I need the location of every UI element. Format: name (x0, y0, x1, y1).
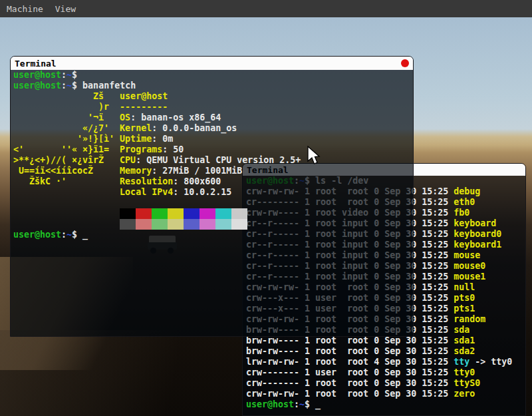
palette-block (136, 219, 152, 230)
palette-row (13, 219, 413, 230)
mouse-cursor-icon (307, 146, 323, 166)
fetch-label: Kernel (120, 123, 152, 133)
desert-foreground-rocks (0, 330, 246, 416)
fetch-title: user@host (120, 91, 168, 101)
prompt-user: user@host (13, 70, 61, 80)
palette-block (120, 208, 136, 219)
fetch-art: <' ''« ×}ï1= (13, 144, 120, 154)
fetch-art (13, 187, 120, 197)
fetch-art: ŽškC ·' (13, 176, 120, 186)
prompt-path: ~ (66, 230, 72, 240)
front-terminal-body[interactable]: user@host:~$ user@host:~$ bananfetch Zš … (11, 70, 413, 337)
ls-meta: brw-rw---- 1 root root 0 Sep 30 15:25 (246, 335, 454, 345)
ls-row: crw------- 1 user root 0 Sep 30 15:25 tt… (246, 367, 525, 378)
prompt-path: ~ (66, 70, 72, 80)
palette-block (200, 208, 215, 219)
fetch-value: : 0.0.0-banan_os (152, 123, 237, 133)
prompt-symbol: $ (72, 230, 82, 240)
ls-filename: pts0 (454, 293, 475, 303)
prompt-user: user@host (246, 399, 294, 409)
ls-filename: sda (454, 325, 469, 335)
prompt-colon: : (294, 399, 299, 409)
ls-filename: keyboard (454, 218, 496, 228)
fetch-label: CPU (120, 155, 136, 165)
prompt-colon: : (61, 81, 66, 91)
ls-filename: sda1 (454, 335, 475, 345)
palette-indent (13, 208, 120, 218)
ls-meta: brw-rw---- 1 root root 0 Sep 30 15:25 (246, 346, 454, 356)
ls-row: brw-rw---- 1 root root 0 Sep 30 15:25 sd… (246, 346, 525, 357)
ls-filename: keyboard1 (454, 240, 501, 250)
menu-item-view[interactable]: View (50, 4, 81, 14)
ls-filename: mouse (454, 250, 480, 260)
fetch-label: Programs (120, 144, 162, 154)
menu-item-machine[interactable]: Machine (1, 4, 49, 14)
menu-bar: Machine View (0, 0, 532, 17)
ls-meta: lrw-rw-rw- 1 root root 4 Sep 30 15:25 (246, 357, 454, 367)
ls-row: crw------- 1 root root 0 Sep 30 15:25 tt… (246, 378, 525, 389)
prompt-path: ~ (299, 399, 305, 409)
fetch-art: «/¿7' (13, 123, 120, 133)
fetch-value: : 800x600 (173, 176, 221, 186)
prompt-user: user@host (13, 230, 61, 240)
ls-filename: sda2 (454, 346, 475, 356)
ls-filename: pts1 (454, 304, 475, 313)
ls-filename: mouse1 (454, 272, 485, 282)
text-cursor: _ (315, 399, 321, 409)
ls-filename: zero (454, 389, 475, 399)
ls-filename: mouse0 (454, 261, 485, 271)
fetch-row: <' ''« ×}ï1= Programs: 50 (13, 144, 413, 155)
fetch-row: U==íï<<ííîcocŽ Memory: 27MiB / 1001MiB (13, 166, 413, 176)
ls-filename: ttyS0 (454, 378, 480, 388)
fetch-label: Uptime (120, 134, 152, 144)
fetch-value: : 0m (152, 134, 173, 144)
text-cursor: _ (82, 230, 88, 240)
palette-block (215, 219, 231, 230)
fetch-label: Resolution (120, 176, 173, 186)
prompt-symbol: $ (305, 399, 315, 409)
ls-filename: random (454, 314, 485, 324)
palette-row (13, 208, 413, 219)
front-terminal-titlebar[interactable]: Terminal (11, 57, 413, 70)
front-terminal-title: Terminal (15, 59, 57, 69)
ls-filename: eth0 (454, 197, 475, 207)
fetch-row: '¬ï OS: banan-os x86_64 (13, 112, 413, 123)
terminal-prompt-line: user@host:~$ _ (246, 399, 525, 410)
fetch-row: )r --------- (13, 102, 413, 112)
fetch-art: '¬ï (13, 112, 120, 122)
fetch-row: '»!}[ì' Uptime: 0m (13, 134, 413, 144)
blank-line (13, 198, 413, 208)
close-button[interactable] (401, 59, 409, 67)
ls-row: lrw-rw-rw- 1 root root 4 Sep 30 15:25 tt… (246, 357, 525, 367)
fetch-value: : 27MiB / 1001MiB (152, 166, 242, 176)
fetch-art: U==íï<<ííîcocŽ (13, 166, 120, 176)
ls-filename: fb0 (454, 208, 469, 218)
terminal-prompt-line: user@host:~$ bananfetch (13, 81, 413, 91)
prompt-symbol: $ (72, 70, 82, 80)
ls-row: brw-rw---- 1 root root 0 Sep 30 15:25 sd… (246, 335, 525, 346)
ls-meta: crw------- 1 user root 0 Sep 30 15:25 (246, 367, 454, 377)
fetch-art: >**¿<+)//( ×¿vîrŽ (13, 155, 120, 165)
fetch-row: >**¿<+)//( ×¿vîrŽ CPU: QEMU Virtual CPU … (13, 155, 413, 166)
fetch-row: Local IPv4: 10.0.2.15 (13, 187, 413, 198)
palette-block (231, 208, 247, 219)
prompt-colon: : (61, 230, 66, 240)
prompt-user: user@host (13, 81, 61, 91)
ls-filename: keyboard0 (454, 229, 501, 239)
fetch-art: Zš (13, 91, 120, 101)
fetch-row: Zš user@host (13, 91, 413, 102)
fetch-value: : 50 (162, 144, 184, 154)
terminal-prompt-line: user@host:~$ _ (13, 230, 413, 240)
fetch-value: : QEMU Virtual CPU version 2.5+ (136, 155, 301, 165)
command-text: bananfetch (82, 81, 136, 91)
fetch-value: : banan-os x86_64 (130, 112, 221, 122)
desktop: Machine View Terminal user@host:~$ ls -l… (0, 0, 532, 416)
terminal-window-front[interactable]: Terminal user@host:~$ user@host:~$ banan… (10, 56, 414, 337)
prompt-path: ~ (66, 81, 72, 91)
palette-block (168, 208, 184, 219)
palette-block (231, 219, 247, 230)
fetch-value: : 10.0.2.15 (173, 187, 231, 197)
ls-meta: crw-rw-rw- 1 root root 0 Sep 30 15:25 (246, 389, 454, 399)
fetch-label: OS (120, 112, 130, 122)
fetch-art: )r (13, 102, 120, 112)
